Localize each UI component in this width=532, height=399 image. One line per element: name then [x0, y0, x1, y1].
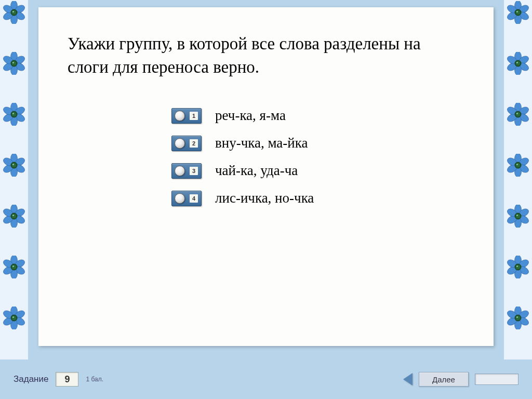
option-text: реч-ка, я-ма — [215, 108, 286, 124]
flower-icon — [507, 154, 529, 177]
svg-point-52 — [12, 265, 17, 270]
flower-icon — [3, 154, 25, 177]
svg-point-61 — [12, 316, 17, 321]
svg-point-34 — [12, 163, 17, 168]
points-label: 1 бал. — [86, 376, 103, 383]
svg-point-89 — [516, 113, 518, 114]
question-text: Укажи группу, в которой все слова раздел… — [68, 32, 464, 78]
radio-circle-icon — [175, 111, 185, 121]
option-text: лис-ичка, но-чка — [215, 190, 314, 206]
radio-number: 1 — [190, 112, 198, 120]
content-card: Укажи группу, в которой все слова раздел… — [38, 7, 494, 346]
arrow-left-icon[interactable] — [403, 373, 413, 385]
svg-point-17 — [12, 62, 14, 63]
radio-button-2[interactable]: 2 — [171, 136, 202, 151]
flower-icon — [3, 1, 25, 24]
option-row: 1 реч-ка, я-ма — [171, 108, 464, 124]
option-row: 4 лис-ичка, но-чка — [171, 190, 464, 206]
svg-point-71 — [516, 11, 518, 12]
left-border-strip — [0, 0, 28, 360]
option-row: 3 чай-ка, уда-ча — [171, 163, 464, 179]
flower-icon — [507, 103, 529, 126]
radio-button-4[interactable]: 4 — [171, 191, 202, 206]
svg-point-106 — [516, 214, 521, 219]
flower-icon — [507, 52, 529, 75]
flower-icon — [3, 307, 25, 329]
svg-point-80 — [516, 62, 518, 63]
flower-icon — [507, 256, 529, 278]
svg-point-97 — [516, 163, 521, 168]
svg-point-16 — [12, 61, 17, 66]
svg-point-53 — [12, 265, 14, 267]
flower-icon — [3, 256, 25, 278]
radio-circle-icon — [175, 193, 185, 204]
svg-point-7 — [12, 10, 17, 15]
radio-number: 4 — [190, 194, 198, 203]
options-group: 1 реч-ка, я-ма 2 вну-чка, ма-йка 3 чай-к… — [171, 108, 464, 206]
progress-box — [475, 374, 518, 385]
svg-point-107 — [516, 215, 518, 216]
svg-point-98 — [516, 164, 518, 165]
svg-point-35 — [12, 164, 14, 165]
svg-point-79 — [516, 61, 521, 66]
radio-button-1[interactable]: 1 — [171, 108, 202, 124]
radio-circle-icon — [175, 138, 185, 149]
svg-point-25 — [12, 112, 17, 117]
task-number-box: 9 — [56, 372, 78, 387]
flower-icon — [507, 1, 529, 24]
flower-icon — [3, 103, 25, 126]
svg-point-115 — [516, 265, 521, 270]
svg-point-8 — [12, 11, 14, 12]
flower-icon — [3, 205, 25, 228]
option-text: чай-ка, уда-ча — [215, 163, 298, 179]
flower-icon — [507, 205, 529, 228]
svg-point-116 — [516, 265, 518, 267]
radio-number: 2 — [190, 139, 198, 148]
svg-point-44 — [12, 215, 14, 216]
svg-point-125 — [516, 316, 518, 318]
svg-point-88 — [516, 112, 521, 117]
task-label: Задание — [14, 374, 48, 384]
flower-icon — [507, 307, 529, 329]
flower-icon — [3, 52, 25, 75]
option-row: 2 вну-чка, ма-йка — [171, 135, 464, 151]
svg-point-43 — [12, 214, 17, 219]
option-text: вну-чка, ма-йка — [215, 135, 308, 151]
right-border-strip — [504, 0, 532, 360]
radio-circle-icon — [175, 166, 185, 176]
radio-number: 3 — [190, 167, 198, 175]
next-button[interactable]: Далее — [419, 372, 469, 387]
radio-button-3[interactable]: 3 — [171, 163, 202, 179]
svg-point-62 — [12, 316, 14, 318]
svg-point-70 — [516, 10, 521, 15]
footer-bar: Задание 9 1 бал. Далее — [0, 360, 532, 399]
svg-point-26 — [12, 113, 14, 114]
svg-point-124 — [516, 316, 521, 321]
